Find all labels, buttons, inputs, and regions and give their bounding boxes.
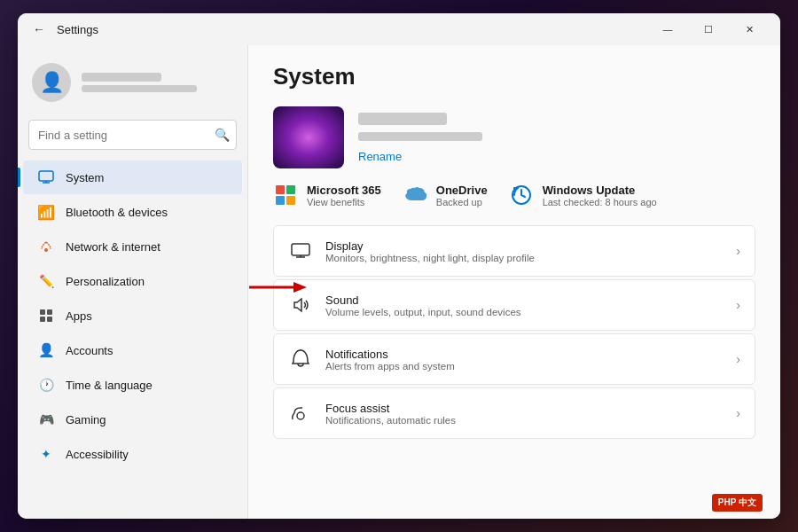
sidebar-item-system[interactable]: System [23,160,242,194]
service-onedrive-text: OneDrive Backed up [436,184,488,207]
sidebar-item-accessibility-label: Accessibility [66,448,129,461]
settings-window: ← Settings — ☐ ✕ 👤 [18,13,780,519]
profile-info: Rename [358,113,482,163]
title-bar-left: ← Settings [28,19,647,40]
setting-row-notifications-text: Notifications Alerts from apps and syste… [325,348,455,372]
user-name-blur [82,73,161,82]
rename-link[interactable]: Rename [358,150,482,163]
accounts-icon: 👤 [37,341,55,359]
gaming-icon: 🎮 [37,411,55,428]
profile-banner: Rename [273,106,755,168]
service-winupdate[interactable]: Windows Update Last checked: 8 hours ago [509,183,657,207]
sidebar-item-system-label: System [66,171,104,184]
setting-row-focus-text: Focus assist Notifications, automatic ru… [325,402,456,426]
notifications-title: Notifications [325,348,455,361]
focus-title: Focus assist [325,402,456,415]
focus-desc: Notifications, automatic rules [325,415,456,426]
service-winupdate-sub: Last checked: 8 hours ago [543,197,657,207]
svg-rect-9 [292,244,309,255]
notifications-icon [288,347,313,372]
avatar: 👤 [32,63,71,102]
svg-point-14 [297,412,304,419]
sidebar-item-bluetooth-label: Bluetooth & devices [66,206,168,219]
service-ms365-sub: View benefits [307,197,381,207]
profile-thumbnail [273,106,344,168]
sidebar-item-time[interactable]: 🕐 Time & language [23,368,242,402]
profile-name [358,113,447,125]
svg-rect-0 [39,171,53,181]
display-icon [288,239,313,263]
nav-menu: System 📶 Bluetooth & devices Network & i… [18,160,247,471]
sound-desc: Volume levels, output, input, sound devi… [325,307,521,317]
svg-point-3 [44,248,48,252]
setting-row-display[interactable]: Display Monitors, brightness, night ligh… [273,225,755,277]
sidebar: 👤 🔍 [18,45,248,519]
sidebar-item-personalization-label: Personalization [66,275,145,288]
notifications-chevron: › [736,352,740,366]
window-controls: — ☐ ✕ [647,13,770,45]
setting-row-sound[interactable]: Sound Volume levels, output, input, soun… [273,279,755,331]
thumbnail-bg [273,106,344,168]
sound-chevron: › [736,298,740,312]
search-box: 🔍 [28,120,237,150]
user-info [82,73,197,92]
service-onedrive-sub: Backed up [436,197,488,207]
window-title: Settings [57,23,98,36]
maximize-button[interactable]: ☐ [688,13,729,45]
sound-icon [288,293,313,317]
search-input[interactable] [28,120,237,150]
sidebar-item-accounts[interactable]: 👤 Accounts [23,333,242,367]
apps-icon [37,307,55,325]
service-winupdate-text: Windows Update Last checked: 8 hours ago [543,184,657,207]
focus-chevron: › [736,406,740,420]
setting-row-display-left: Display Monitors, brightness, night ligh… [288,239,535,263]
sidebar-item-gaming[interactable]: 🎮 Gaming [23,403,242,436]
onedrive-icon [403,183,427,207]
display-title: Display [325,239,535,253]
svg-rect-6 [40,317,45,322]
setting-row-sound-text: Sound Volume levels, output, input, soun… [325,293,521,317]
sound-title: Sound [325,293,521,307]
sidebar-item-time-label: Time & language [66,379,153,392]
profile-email [358,132,482,141]
setting-row-notifications-left: Notifications Alerts from apps and syste… [288,347,455,372]
user-icon: 👤 [40,71,64,94]
time-icon: 🕐 [37,376,55,394]
svg-rect-7 [47,317,52,322]
sidebar-item-personalization[interactable]: ✏️ Personalization [23,264,242,298]
setting-row-display-text: Display Monitors, brightness, night ligh… [325,239,535,263]
setting-row-focus[interactable]: Focus assist Notifications, automatic ru… [273,387,755,439]
sidebar-item-network-label: Network & internet [66,240,160,254]
service-onedrive-name: OneDrive [436,184,488,197]
sidebar-item-network[interactable]: Network & internet [23,230,242,263]
main-area: 👤 🔍 [18,45,780,519]
sidebar-item-apps[interactable]: Apps [23,299,242,332]
minimize-button[interactable]: — [647,13,688,45]
close-button[interactable]: ✕ [729,13,770,45]
settings-list: Display Monitors, brightness, night ligh… [273,225,755,439]
setting-row-notifications[interactable]: Notifications Alerts from apps and syste… [273,333,755,385]
user-profile: 👤 [18,56,247,116]
setting-row-sound-left: Sound Volume levels, output, input, soun… [288,293,521,317]
php-badge: PHP 中文 [712,494,763,512]
title-bar: ← Settings — ☐ ✕ [18,13,780,45]
accessibility-icon: ✦ [37,445,55,463]
svg-rect-5 [47,309,52,315]
search-icon: 🔍 [215,128,230,142]
sidebar-item-bluetooth[interactable]: 📶 Bluetooth & devices [23,195,242,229]
service-onedrive[interactable]: OneDrive Backed up [403,183,488,207]
setting-row-focus-left: Focus assist Notifications, automatic ru… [288,401,456,426]
main-content: System Rename [248,45,780,519]
display-chevron: › [736,244,740,258]
system-icon [37,168,55,186]
service-ms365-name: Microsoft 365 [307,184,381,197]
focus-icon [288,401,313,426]
bluetooth-icon: 📶 [37,203,55,221]
service-ms365-text: Microsoft 365 View benefits [307,184,381,207]
service-ms365[interactable]: Microsoft 365 View benefits [273,183,381,207]
sidebar-item-accessibility[interactable]: ✦ Accessibility [23,437,242,471]
back-button[interactable]: ← [28,19,50,40]
svg-rect-4 [40,309,45,315]
ms365-icon [273,183,298,207]
network-icon [37,238,55,255]
